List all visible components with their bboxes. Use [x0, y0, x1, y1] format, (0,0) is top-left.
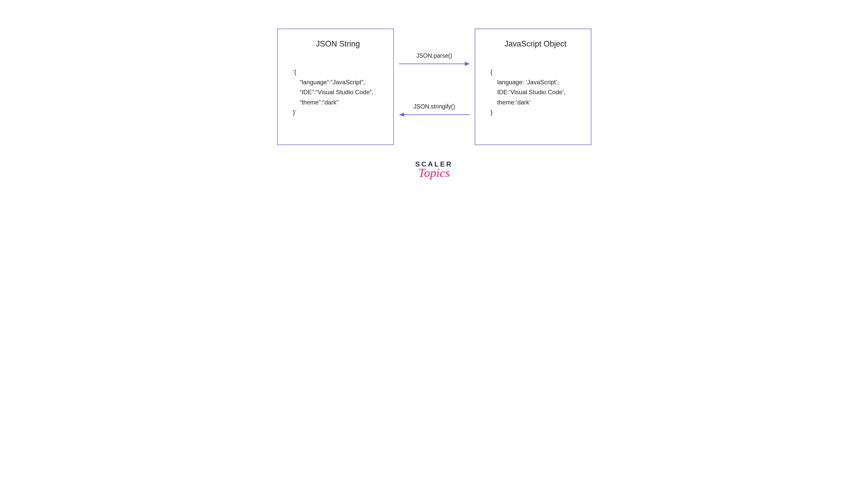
arrow-right-icon [399, 61, 470, 67]
js-object-code: { language: ‘JavaScript’, IDE:‘Visual St… [491, 67, 581, 117]
diagram-canvas: JSON String ‘{ “language”:“JavaScript”, … [248, 0, 620, 208]
logo-line2-text: Topics [418, 167, 450, 179]
js-object-box: JavaScript Object { language: ‘JavaScrip… [475, 29, 591, 145]
scaler-topics-logo: SCALER Topics [248, 161, 620, 184]
stringify-label: JSON.stringify() [399, 103, 470, 110]
json-string-code: ‘{ “language”:“JavaScript”, “IDE”:“Visua… [293, 67, 383, 117]
js-object-title: JavaScript Object [491, 39, 581, 49]
arrow-left-icon [399, 112, 470, 118]
stringify-arrow-block: JSON.stringify() [399, 103, 470, 118]
parse-arrow-block: JSON.parse() [399, 52, 470, 67]
svg-marker-1 [465, 62, 470, 66]
svg-marker-3 [399, 113, 404, 117]
json-string-box: JSON String ‘{ “language”:“JavaScript”, … [277, 29, 394, 145]
logo-line2-script: Topics [416, 167, 452, 183]
json-string-title: JSON String [293, 39, 383, 49]
parse-label: JSON.parse() [399, 52, 470, 59]
